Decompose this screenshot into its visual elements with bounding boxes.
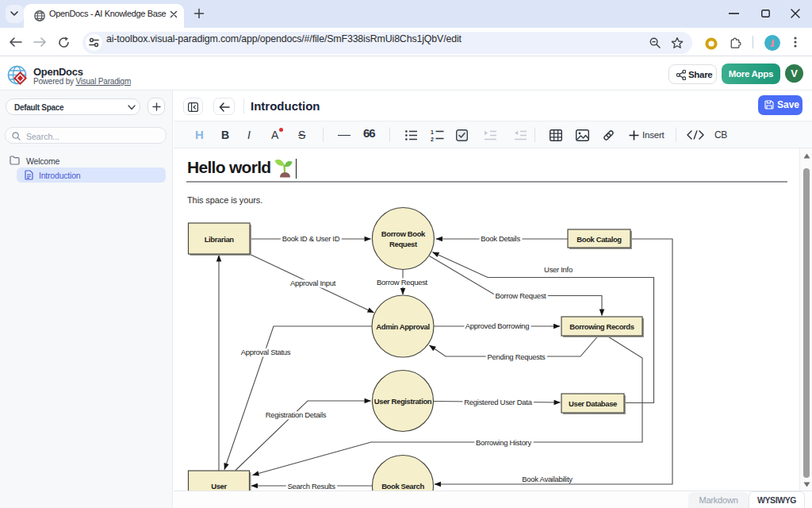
svg-text:Book Details: Book Details	[481, 234, 520, 243]
svg-text:Request: Request	[389, 240, 418, 248]
svg-text:Borrow Request: Borrow Request	[377, 278, 428, 287]
svg-text:Approved Borrowing: Approved Borrowing	[465, 321, 530, 330]
svg-text:2: 2	[431, 137, 434, 142]
svg-text:Librarian: Librarian	[205, 235, 235, 244]
svg-text:Book Search: Book Search	[381, 482, 424, 491]
svg-text:User Database: User Database	[569, 399, 617, 408]
svg-text:User Info: User Info	[544, 265, 573, 274]
svg-text:Search Results: Search Results	[287, 482, 335, 491]
svg-text:Borrow Request: Borrow Request	[496, 291, 547, 300]
svg-text:Borrowing Records: Borrowing Records	[569, 322, 634, 331]
svg-text:Borrowing History: Borrowing History	[476, 438, 531, 447]
svg-text:Book Catalog: Book Catalog	[576, 235, 622, 244]
svg-text:Admin Approval: Admin Approval	[376, 322, 429, 331]
svg-text:User: User	[211, 482, 227, 491]
svg-text:Book Availability: Book Availability	[522, 475, 573, 483]
svg-text:1: 1	[431, 129, 434, 135]
svg-text:Book ID & User ID: Book ID & User ID	[282, 234, 340, 243]
svg-text:Approval Status: Approval Status	[241, 348, 291, 356]
svg-text:Approval Input: Approval Input	[290, 279, 336, 287]
svg-text:Registration Details: Registration Details	[266, 410, 327, 419]
svg-text:Registered User Data: Registered User Data	[464, 398, 532, 406]
svg-text:Pending Requests: Pending Requests	[488, 352, 546, 361]
svg-text:Borrow Book: Borrow Book	[381, 229, 426, 238]
svg-text:User Registration: User Registration	[374, 397, 432, 406]
